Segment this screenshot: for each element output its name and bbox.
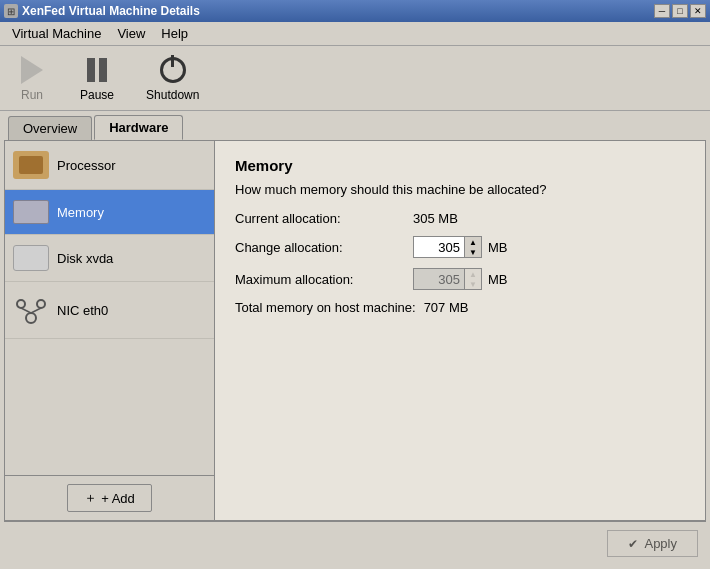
sidebar-item-nic[interactable]: NIC eth0	[5, 282, 214, 339]
max-allocation-row: Maximum allocation: ▲ ▼ MB	[235, 268, 685, 290]
change-allocation-arrows: ▲ ▼	[465, 236, 482, 258]
disk-icon	[13, 245, 49, 271]
run-icon	[16, 54, 48, 86]
svg-point-0	[26, 313, 36, 323]
current-allocation-row: Current allocation: 305 MB	[235, 211, 685, 226]
memory-icon	[13, 200, 49, 224]
window-title: XenFed Virtual Machine Details	[22, 4, 200, 18]
detail-subtitle: How much memory should this machine be a…	[235, 182, 685, 197]
nic-icon	[13, 292, 49, 328]
add-plus-icon: ＋	[84, 489, 97, 507]
title-bar-left: ⊞ XenFed Virtual Machine Details	[4, 4, 200, 18]
change-allocation-unit: MB	[488, 240, 508, 255]
add-label: + Add	[101, 491, 135, 506]
max-allocation-up: ▲	[465, 269, 481, 279]
shutdown-label: Shutdown	[146, 88, 199, 102]
close-button[interactable]: ✕	[690, 4, 706, 18]
pause-icon	[81, 54, 113, 86]
pause-label: Pause	[80, 88, 114, 102]
sidebar-memory-label: Memory	[57, 205, 104, 220]
bottom-bar: ✔ Apply	[4, 521, 706, 565]
current-allocation-value: 305 MB	[413, 211, 458, 226]
change-allocation-spinbox: ▲ ▼ MB	[413, 236, 508, 258]
title-bar: ⊞ XenFed Virtual Machine Details ─ □ ✕	[0, 0, 710, 22]
change-allocation-up[interactable]: ▲	[465, 237, 481, 247]
sidebar: Processor Memory Disk xvda	[5, 141, 215, 520]
change-allocation-label: Change allocation:	[235, 240, 405, 255]
toolbar: Run Pause Shutdown	[0, 46, 710, 111]
title-bar-buttons: ─ □ ✕	[654, 4, 706, 18]
vm-icon: ⊞	[4, 4, 18, 18]
tab-hardware[interactable]: Hardware	[94, 115, 183, 140]
detail-area: Memory How much memory should this machi…	[215, 141, 705, 520]
tab-overview[interactable]: Overview	[8, 116, 92, 140]
max-allocation-spinbox: ▲ ▼ MB	[413, 268, 508, 290]
shutdown-icon	[157, 54, 189, 86]
processor-icon	[13, 151, 49, 179]
menu-help[interactable]: Help	[153, 24, 196, 43]
sidebar-disk-label: Disk xvda	[57, 251, 113, 266]
add-button[interactable]: ＋ + Add	[67, 484, 152, 512]
pause-button[interactable]: Pause	[72, 50, 122, 106]
svg-line-4	[31, 308, 41, 313]
sidebar-items: Processor Memory Disk xvda	[5, 141, 214, 475]
apply-check-icon: ✔	[628, 537, 638, 551]
sidebar-item-memory[interactable]: Memory	[5, 190, 214, 235]
menu-bar: Virtual Machine View Help	[0, 22, 710, 46]
minimize-button[interactable]: ─	[654, 4, 670, 18]
change-allocation-row: Change allocation: ▲ ▼ MB	[235, 236, 685, 258]
change-allocation-down[interactable]: ▼	[465, 247, 481, 257]
detail-title: Memory	[235, 157, 685, 174]
apply-button[interactable]: ✔ Apply	[607, 530, 698, 557]
max-allocation-unit: MB	[488, 272, 508, 287]
menu-view[interactable]: View	[109, 24, 153, 43]
total-memory-label: Total memory on host machine:	[235, 300, 416, 315]
sidebar-item-disk[interactable]: Disk xvda	[5, 235, 214, 282]
total-memory-row: Total memory on host machine: 707 MB	[235, 300, 685, 315]
max-allocation-arrows: ▲ ▼	[465, 268, 482, 290]
sidebar-nic-label: NIC eth0	[57, 303, 108, 318]
main-content: Overview Hardware Processor Memory	[0, 111, 710, 569]
sidebar-item-processor[interactable]: Processor	[5, 141, 214, 190]
run-button[interactable]: Run	[8, 50, 56, 106]
sidebar-add: ＋ + Add	[5, 475, 214, 520]
total-memory-value: 707 MB	[424, 300, 469, 315]
apply-label: Apply	[644, 536, 677, 551]
maximize-button[interactable]: □	[672, 4, 688, 18]
max-allocation-label: Maximum allocation:	[235, 272, 405, 287]
svg-line-3	[21, 308, 31, 313]
max-allocation-down: ▼	[465, 279, 481, 289]
panel: Processor Memory Disk xvda	[4, 140, 706, 521]
change-allocation-input[interactable]	[413, 236, 465, 258]
svg-point-1	[17, 300, 25, 308]
sidebar-processor-label: Processor	[57, 158, 116, 173]
run-label: Run	[21, 88, 43, 102]
tab-row: Overview Hardware	[4, 115, 706, 140]
max-allocation-input	[413, 268, 465, 290]
menu-virtual-machine[interactable]: Virtual Machine	[4, 24, 109, 43]
svg-point-2	[37, 300, 45, 308]
current-allocation-label: Current allocation:	[235, 211, 405, 226]
shutdown-button[interactable]: Shutdown	[138, 50, 207, 106]
